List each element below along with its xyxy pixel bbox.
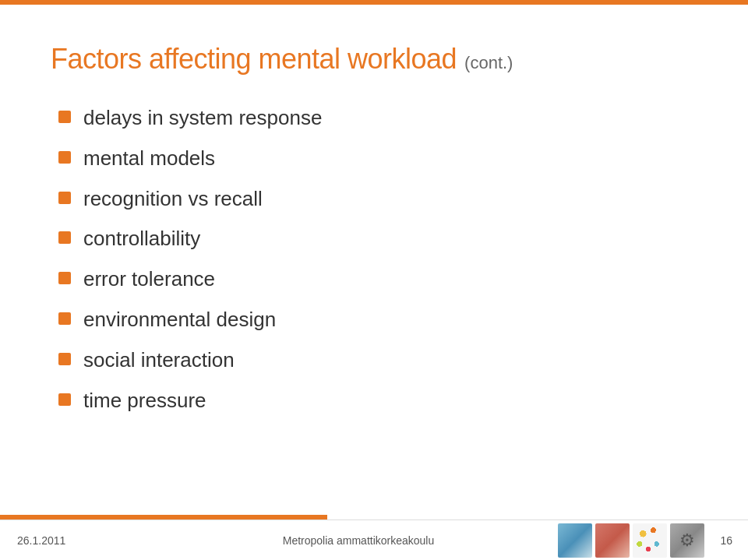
list-item: mental models (58, 146, 697, 172)
bullet-icon (58, 312, 71, 325)
slide-title: Factors affecting mental workload (51, 43, 457, 76)
bullet-text: social interaction (83, 347, 235, 374)
bullet-icon (58, 272, 71, 284)
list-item: time pressure (58, 388, 697, 414)
title-cont: (cont.) (464, 53, 513, 73)
top-orange-bar (0, 0, 748, 5)
list-item: error tolerance (58, 266, 697, 293)
thumbnail-grid: ⚙ (558, 523, 704, 558)
bullet-icon (58, 151, 71, 164)
bullet-icon (58, 393, 71, 406)
bullet-text: delays in system response (83, 105, 322, 132)
bullet-text: time pressure (83, 388, 206, 414)
footer-date: 26.1.2011 (0, 534, 125, 547)
list-item: environmental design (58, 307, 697, 333)
footer-page-number: 16 (720, 534, 732, 547)
bullet-text: mental models (83, 146, 215, 172)
thumbnail-2 (595, 523, 630, 558)
bullet-text: error tolerance (83, 266, 215, 293)
bullet-icon (58, 192, 71, 204)
bullet-text: environmental design (83, 307, 276, 333)
thumbnail-3 (633, 523, 667, 558)
bullet-text: recognition vs recall (83, 186, 263, 213)
bullet-icon (58, 353, 71, 365)
title-row: Factors affecting mental workload (cont.… (51, 43, 697, 76)
thumbnail-4: ⚙ (670, 523, 704, 558)
list-item: delays in system response (58, 105, 697, 132)
bullet-text: controllability (83, 226, 200, 252)
list-item: controllability (58, 226, 697, 252)
bullet-icon (58, 231, 71, 244)
footer: 26.1.2011 Metropolia ammattikorkeakoulu … (0, 519, 748, 560)
list-item: recognition vs recall (58, 186, 697, 213)
content-area: Factors affecting mental workload (cont.… (0, 0, 748, 560)
list-item: social interaction (58, 347, 697, 374)
footer-institution: Metropolia ammattikorkeakoulu (125, 534, 592, 547)
thumbnail-1 (558, 523, 592, 558)
footer-right: ⚙ 16 (592, 523, 748, 558)
bullet-list: delays in system responsemental modelsre… (58, 105, 697, 414)
bullet-icon (58, 111, 71, 123)
slide: Factors affecting mental workload (cont.… (0, 0, 748, 560)
